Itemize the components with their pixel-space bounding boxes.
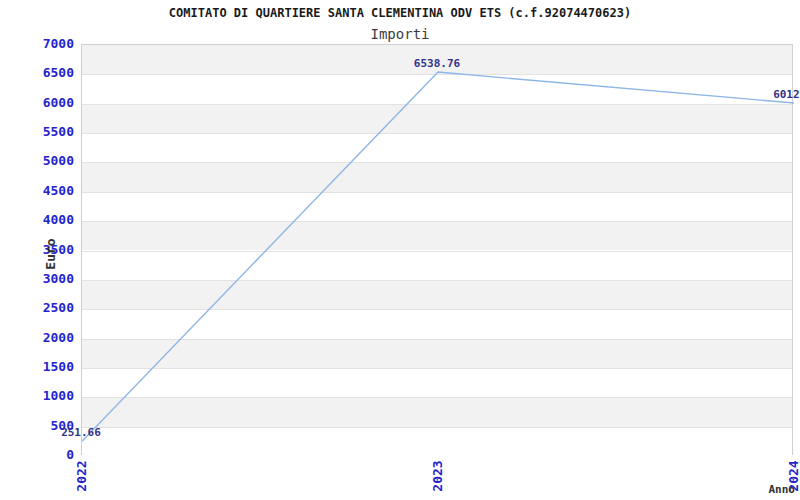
chart-page: { "header": { "title": "COMITATO DI QUAR…	[0, 0, 800, 500]
y-tick-label: 4000	[22, 213, 74, 227]
y-tick-label: 0	[22, 448, 74, 462]
y-tick-label: 7000	[22, 37, 74, 51]
y-tick-label: 6500	[22, 66, 74, 80]
chart-title: COMITATO DI QUARTIERE SANTA CLEMENTINA O…	[0, 6, 800, 20]
y-tick-label: 2000	[22, 331, 74, 345]
y-tick-label: 1500	[22, 360, 74, 374]
point-value-label: 6538.76	[414, 57, 460, 70]
chart-subtitle: Importi	[0, 26, 800, 42]
line-series	[82, 72, 794, 441]
point-value-label: 251.66	[61, 426, 101, 439]
x-axis-title: Anno	[769, 483, 796, 496]
line-series-svg	[82, 45, 794, 456]
y-tick-label: 5000	[22, 154, 74, 168]
y-tick-label: 1000	[22, 389, 74, 403]
x-tick-label: 2023	[430, 460, 445, 491]
y-tick-label: 6000	[22, 96, 74, 110]
y-tick-label: 4500	[22, 184, 74, 198]
plot-area	[81, 44, 793, 455]
x-tick-label: 2022	[74, 460, 89, 491]
point-value-label: 6012.8	[773, 88, 800, 101]
y-axis-title: Euro	[43, 238, 58, 269]
y-tick-label: 2500	[22, 301, 74, 315]
y-tick-label: 5500	[22, 125, 74, 139]
y-tick-label: 3000	[22, 272, 74, 286]
